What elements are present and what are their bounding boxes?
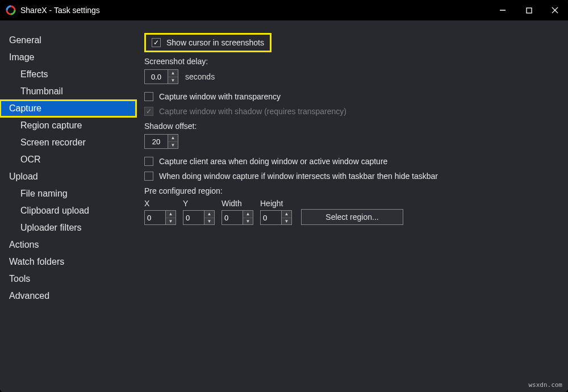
shadow-offset-spinner[interactable]: ▲▼ [144, 134, 178, 149]
region-x-spinner[interactable]: ▲▼ [144, 210, 176, 225]
sidebar-item-upload[interactable]: Upload [0, 168, 136, 185]
region-height-spinner[interactable]: ▲▼ [260, 210, 292, 225]
show-cursor-highlight: Show cursor in screenshots [144, 33, 272, 52]
content-panel: Show cursor in screenshots Screenshot de… [136, 20, 568, 392]
sidebar: General Image Effects Thumbnail Capture … [0, 20, 136, 392]
capture-shadow-label: Capture window with shadow (requires tra… [159, 107, 346, 116]
close-button[interactable] [542, 0, 568, 20]
spinner-up-icon[interactable]: ▲ [168, 135, 178, 142]
region-y-label: Y [183, 199, 215, 208]
region-width-input[interactable] [222, 211, 243, 224]
client-area-checkbox[interactable] [144, 157, 153, 166]
screenshot-delay-label: Screenshot delay: [144, 57, 560, 66]
shadow-offset-input[interactable] [145, 135, 168, 148]
sidebar-item-clipboard-upload[interactable]: Clipboard upload [0, 202, 136, 219]
spinner-down-icon[interactable]: ▼ [204, 218, 214, 225]
region-x-input[interactable] [145, 211, 165, 224]
select-region-button[interactable]: Select region... [301, 209, 403, 225]
sidebar-item-advanced[interactable]: Advanced [0, 287, 136, 305]
region-group: X ▲▼ Y ▲▼ Width [144, 199, 560, 225]
sidebar-item-general[interactable]: General [0, 32, 136, 49]
spinner-up-icon[interactable]: ▲ [243, 211, 253, 218]
show-cursor-checkbox[interactable] [152, 38, 161, 47]
spinner-down-icon[interactable]: ▼ [166, 218, 176, 225]
watermark: wsxdn.com [528, 381, 562, 389]
region-height-input[interactable] [261, 211, 281, 224]
preconfigured-region-label: Pre configured region: [144, 186, 560, 195]
region-height-label: Height [260, 199, 292, 208]
sidebar-item-tools[interactable]: Tools [0, 270, 136, 287]
hide-taskbar-label: When doing window capture if window inte… [159, 172, 438, 181]
hide-taskbar-checkbox[interactable] [144, 172, 153, 181]
delay-unit-label: seconds [185, 72, 215, 81]
sidebar-item-capture[interactable]: Capture [0, 100, 136, 117]
window-title: ShareX - Task settings [20, 6, 490, 15]
window-body: General Image Effects Thumbnail Capture … [0, 20, 568, 392]
sidebar-item-thumbnail[interactable]: Thumbnail [0, 83, 136, 100]
sidebar-item-uploader-filters[interactable]: Uploader filters [0, 219, 136, 236]
sidebar-item-effects[interactable]: Effects [0, 66, 136, 83]
spinner-up-icon[interactable]: ▲ [204, 211, 214, 218]
minimize-button[interactable] [490, 0, 516, 20]
sharex-logo-icon [6, 5, 16, 15]
region-width-spinner[interactable]: ▲▼ [222, 210, 253, 225]
screenshot-delay-input[interactable] [145, 70, 168, 84]
svg-rect-4 [527, 8, 532, 13]
sidebar-item-ocr[interactable]: OCR [0, 151, 136, 168]
shadow-offset-label: Shadow offset: [144, 122, 560, 131]
sidebar-item-watch-folders[interactable]: Watch folders [0, 253, 136, 270]
spinner-up-icon[interactable]: ▲ [166, 211, 176, 218]
region-y-input[interactable] [183, 211, 204, 224]
titlebar: ShareX - Task settings [0, 0, 568, 20]
show-cursor-label: Show cursor in screenshots [166, 38, 264, 47]
sidebar-item-screen-recorder[interactable]: Screen recorder [0, 134, 136, 151]
screenshot-delay-spinner[interactable]: ▲▼ [144, 69, 178, 84]
sidebar-item-image[interactable]: Image [0, 49, 136, 66]
spinner-down-icon[interactable]: ▼ [168, 142, 178, 149]
client-area-label: Capture client area when doing window or… [159, 157, 387, 166]
capture-transparency-label: Capture window with transparency [159, 92, 281, 101]
region-y-spinner[interactable]: ▲▼ [183, 210, 215, 225]
region-x-label: X [144, 199, 176, 208]
spinner-up-icon[interactable]: ▲ [282, 211, 291, 218]
spinner-down-icon[interactable]: ▼ [243, 218, 253, 225]
spinner-down-icon[interactable]: ▼ [168, 77, 178, 84]
sidebar-item-actions[interactable]: Actions [0, 236, 136, 253]
spinner-down-icon[interactable]: ▼ [282, 218, 291, 225]
sidebar-item-region-capture[interactable]: Region capture [0, 117, 136, 134]
capture-transparency-checkbox[interactable] [144, 92, 153, 101]
region-width-label: Width [222, 199, 253, 208]
capture-shadow-checkbox [144, 107, 153, 116]
task-settings-window: ShareX - Task settings General Image Eff… [0, 0, 568, 392]
spinner-up-icon[interactable]: ▲ [168, 70, 178, 77]
maximize-button[interactable] [516, 0, 542, 20]
sidebar-item-file-naming[interactable]: File naming [0, 185, 136, 202]
